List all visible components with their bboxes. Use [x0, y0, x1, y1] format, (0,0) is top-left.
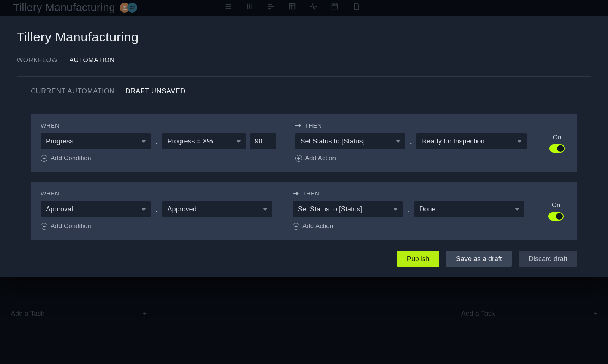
arrow-right-icon	[293, 192, 299, 195]
chevron-down-icon	[517, 140, 522, 143]
sliders-icon	[245, 2, 254, 12]
when-field-value: Progress	[46, 137, 73, 145]
colon: :	[409, 137, 413, 146]
when-op-value: Progress = X%	[168, 137, 214, 145]
plus-circle-icon: +	[41, 155, 48, 162]
add-action-label: Add Action	[305, 154, 336, 162]
calendar-icon	[331, 2, 339, 12]
toggle-knob	[556, 213, 563, 220]
save-draft-button[interactable]: Save as a draft	[446, 251, 512, 267]
tab-automation[interactable]: AUTOMATION	[69, 57, 115, 64]
chevron-down-icon	[263, 208, 268, 211]
automation-rule: WHEN Approval : Approved + Add Condition	[31, 182, 577, 240]
publish-button[interactable]: Publish	[397, 251, 439, 267]
subtab-draft[interactable]: DRAFT UNSAVED	[125, 87, 185, 95]
modal-footer: Publish Save as a draft Discard draft	[17, 241, 591, 277]
activity-icon	[309, 2, 318, 12]
automation-modal: Tillery Manufacturing WORKFLOW AUTOMATIO…	[0, 16, 608, 277]
bg-col-4: Add a Task+	[454, 305, 604, 322]
then-block: THEN Set Status to [Status] : Done + Add…	[293, 190, 526, 230]
bg-toolbar	[224, 2, 360, 12]
add-condition-button[interactable]: + Add Condition	[41, 154, 276, 162]
when-value-input[interactable]: 90	[250, 133, 276, 149]
plus-circle-icon: +	[295, 155, 302, 162]
plus-icon: +	[593, 310, 597, 318]
when-field-value: Approval	[46, 205, 73, 213]
file-icon	[352, 2, 360, 12]
then-action-value: Set Status to [Status]	[298, 205, 362, 213]
toggle-label: On	[553, 134, 562, 141]
chevron-down-icon	[141, 140, 146, 143]
add-task-label: Add a Task	[11, 310, 44, 318]
table-icon	[288, 2, 296, 12]
when-operator-select[interactable]: Approved	[162, 201, 272, 217]
add-condition-label: Add Condition	[51, 222, 91, 230]
then-label-text: THEN	[302, 190, 320, 197]
plus-circle-icon: +	[293, 223, 299, 230]
chevron-down-icon	[141, 208, 146, 211]
bg-title: Tillery Manufacturing	[13, 2, 115, 14]
then-value-text: Done	[420, 205, 436, 213]
svg-rect-2	[332, 4, 338, 9]
toggle-label: On	[552, 202, 560, 209]
rule-enabled-toggle[interactable]	[549, 144, 565, 153]
add-action-label: Add Action	[302, 222, 333, 230]
add-action-button[interactable]: + Add Action	[293, 222, 526, 230]
then-label-text: THEN	[305, 122, 322, 129]
arrow-right-icon	[295, 124, 302, 128]
chevron-down-icon	[396, 140, 401, 143]
align-icon	[267, 2, 275, 12]
when-value-text: 90	[255, 137, 263, 145]
when-label: WHEN	[41, 122, 276, 129]
toggle-knob	[557, 145, 564, 152]
when-op-value: Approved	[168, 205, 197, 213]
then-action-select[interactable]: Set Status to [Status]	[293, 201, 403, 217]
when-block: WHEN Approval : Approved + Add Condition	[41, 190, 274, 230]
subtab-current[interactable]: CURRENT AUTOMATION	[31, 87, 115, 95]
then-action-select[interactable]: Set Status to [Status]	[295, 133, 405, 149]
rules-list: WHEN Progress : Progress = X% 90	[17, 104, 591, 241]
colon: :	[407, 205, 410, 214]
chevron-down-icon	[236, 140, 241, 143]
colon: :	[155, 205, 158, 214]
discard-draft-button[interactable]: Discard draft	[519, 251, 577, 267]
bg-col-3	[304, 305, 454, 322]
bg-avatar-stack: GP	[122, 3, 137, 13]
bg-col-1: Add a Task+	[4, 305, 154, 322]
page-title: Tillery Manufacturing	[17, 30, 591, 44]
chevron-down-icon	[393, 208, 398, 211]
when-block: WHEN Progress : Progress = X% 90	[41, 122, 276, 162]
then-value-text: Ready for Inspection	[422, 137, 484, 145]
modal-tabs: WORKFLOW AUTOMATION	[17, 57, 591, 64]
plus-circle-icon: +	[41, 223, 48, 230]
bg-col-2	[154, 305, 304, 322]
chevron-down-icon	[515, 208, 520, 211]
add-condition-label: Add Condition	[51, 154, 91, 162]
rule-toggle-block: On	[545, 190, 567, 230]
then-value-select[interactable]: Ready for Inspection	[416, 133, 527, 149]
rule-enabled-toggle[interactable]	[548, 212, 564, 221]
automation-rule: WHEN Progress : Progress = X% 90	[31, 114, 577, 172]
then-block: THEN Set Status to [Status] : Ready for …	[295, 122, 527, 162]
then-label: THEN	[295, 122, 527, 129]
tab-workflow[interactable]: WORKFLOW	[17, 57, 58, 64]
add-condition-button[interactable]: + Add Condition	[41, 222, 274, 230]
rule-toggle-block: On	[546, 122, 568, 162]
svg-rect-1	[290, 4, 295, 9]
when-operator-select[interactable]: Progress = X%	[162, 133, 246, 149]
add-action-button[interactable]: + Add Action	[295, 154, 527, 162]
then-value-select[interactable]: Done	[414, 201, 524, 217]
add-task-label: Add a Task	[461, 310, 495, 318]
when-label: WHEN	[41, 190, 274, 197]
list-icon	[224, 2, 233, 12]
when-field-select[interactable]: Approval	[41, 201, 151, 217]
then-label: THEN	[293, 190, 526, 197]
svg-point-0	[124, 6, 126, 8]
automation-subtabs: CURRENT AUTOMATION DRAFT UNSAVED	[17, 77, 591, 104]
when-field-select[interactable]: Progress	[41, 133, 151, 149]
plus-icon: +	[143, 310, 147, 318]
then-action-value: Set Status to [Status]	[301, 137, 365, 145]
colon: :	[155, 137, 158, 146]
bg-columns: Add a Task+ Add a Task+	[4, 305, 604, 322]
automation-panel: CURRENT AUTOMATION DRAFT UNSAVED WHEN Pr…	[17, 76, 591, 277]
